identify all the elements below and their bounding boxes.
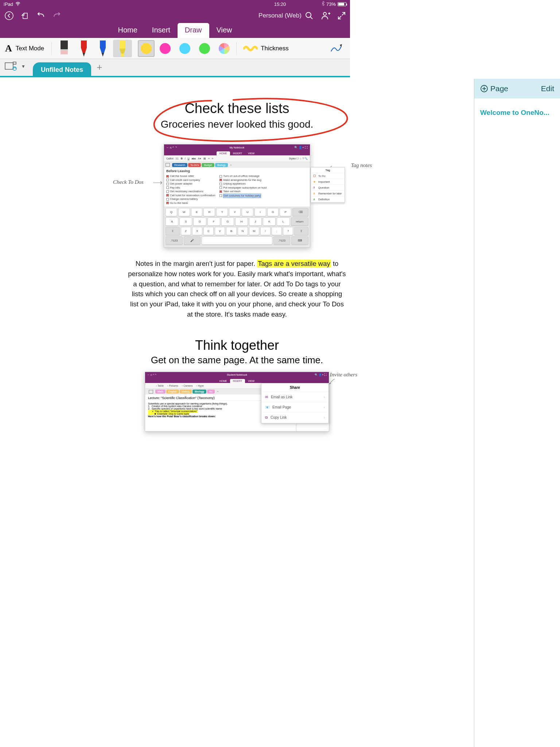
text-mode-button[interactable]: A Text Mode bbox=[4, 40, 48, 57]
ribbon-tabs: Home Insert Draw View bbox=[0, 23, 350, 38]
search-icon[interactable] bbox=[305, 11, 314, 20]
eraser-tool[interactable] bbox=[55, 40, 74, 57]
color-green[interactable] bbox=[195, 40, 214, 57]
section-bar: ▼ Unfiled Notes + bbox=[0, 59, 350, 77]
svg-rect-14 bbox=[5, 63, 13, 69]
battery-percent: 73% bbox=[326, 1, 336, 7]
redo-icon[interactable] bbox=[52, 12, 61, 19]
color-cyan[interactable] bbox=[176, 40, 194, 57]
svg-line-3 bbox=[310, 17, 312, 19]
note-canvas[interactable]: Check these lists Groceries never looked… bbox=[0, 79, 350, 467]
svg-point-1 bbox=[5, 12, 13, 20]
divider bbox=[51, 42, 52, 55]
arrow-icon bbox=[328, 378, 335, 386]
color-yellow[interactable] bbox=[138, 40, 155, 57]
embedded-screenshot-1: ← ⎌ ↶ ↷ My Notebook 🔍 👤+ ⛶ HOMEINSERTVIE… bbox=[164, 144, 310, 248]
blue-pen-tool[interactable] bbox=[94, 40, 112, 57]
tab-home[interactable]: Home bbox=[110, 23, 144, 38]
hero-block-2: Think together Get on the same page. At … bbox=[128, 338, 346, 366]
embedded-screenshot-2: ← ⎌ ↶ ↷ Student Notebook 🔍 👤+ ⛶ HOMEINSE… bbox=[145, 372, 329, 431]
arrow-icon bbox=[153, 181, 164, 185]
undo-icon[interactable] bbox=[36, 12, 45, 19]
hero2-subtitle: Get on the same page. At the same time. bbox=[128, 355, 346, 366]
highlighted-text: Tags are a versatile way bbox=[257, 260, 331, 267]
notebook-selector[interactable]: ▼ bbox=[4, 61, 26, 76]
open-notebook-icon[interactable] bbox=[21, 12, 29, 19]
svg-rect-13 bbox=[121, 54, 124, 57]
hero-title: Check these lists bbox=[139, 101, 335, 116]
svg-point-2 bbox=[306, 12, 311, 18]
hero-block-1: Check these lists Groceries never looked… bbox=[128, 86, 346, 141]
svg-rect-7 bbox=[61, 40, 68, 49]
thickness-label: Thickness bbox=[261, 45, 289, 52]
color-wheel[interactable] bbox=[215, 40, 233, 57]
chevron-down-icon: ▼ bbox=[21, 64, 26, 69]
thickness-button[interactable]: Thickness bbox=[240, 40, 292, 57]
share-person-icon[interactable] bbox=[321, 11, 330, 20]
status-bar: iPad 15:20 73% bbox=[0, 0, 350, 8]
svg-rect-9 bbox=[61, 49, 68, 50]
svg-point-0 bbox=[18, 5, 18, 6]
color-pink[interactable] bbox=[156, 40, 174, 57]
draw-toolbar: A Text Mode Thickness bbox=[0, 38, 350, 59]
red-pen-tool[interactable] bbox=[75, 40, 93, 57]
highlighter-tool[interactable] bbox=[113, 40, 132, 57]
svg-rect-11 bbox=[100, 40, 106, 48]
annotation-check-todos: Check To Dos bbox=[113, 179, 144, 185]
bluetooth-icon bbox=[322, 1, 324, 7]
annotation-invite: Invite others bbox=[330, 372, 350, 378]
ink-to-text-icon[interactable] bbox=[327, 40, 346, 57]
wifi-icon bbox=[15, 1, 20, 7]
back-icon[interactable] bbox=[4, 11, 14, 20]
battery-icon bbox=[338, 2, 346, 6]
tab-view[interactable]: View bbox=[209, 23, 240, 38]
hero-subtitle: Groceries never looked this good. bbox=[139, 119, 335, 130]
svg-rect-10 bbox=[81, 40, 87, 48]
body-paragraph: Notes in the margin aren't just for pape… bbox=[128, 259, 346, 320]
hero2-title: Think together bbox=[128, 338, 346, 353]
notebook-title[interactable]: Personal (Web) bbox=[258, 12, 302, 19]
add-section-button[interactable]: + bbox=[91, 62, 108, 76]
thickness-icon bbox=[243, 45, 258, 52]
clock: 15:20 bbox=[274, 1, 286, 7]
section-tab-active[interactable]: Unfiled Notes bbox=[33, 62, 91, 77]
svg-rect-15 bbox=[13, 62, 16, 64]
svg-rect-12 bbox=[120, 40, 125, 49]
device-label: iPad bbox=[4, 1, 13, 7]
tab-draw[interactable]: Draw bbox=[178, 23, 209, 38]
svg-point-4 bbox=[323, 12, 326, 15]
app-bar: Personal (Web) bbox=[0, 8, 350, 23]
text-mode-label: Text Mode bbox=[16, 45, 44, 52]
fullscreen-icon[interactable] bbox=[338, 12, 346, 20]
tab-insert[interactable]: Insert bbox=[145, 23, 178, 38]
divider bbox=[236, 42, 237, 55]
text-mode-icon: A bbox=[5, 43, 12, 54]
